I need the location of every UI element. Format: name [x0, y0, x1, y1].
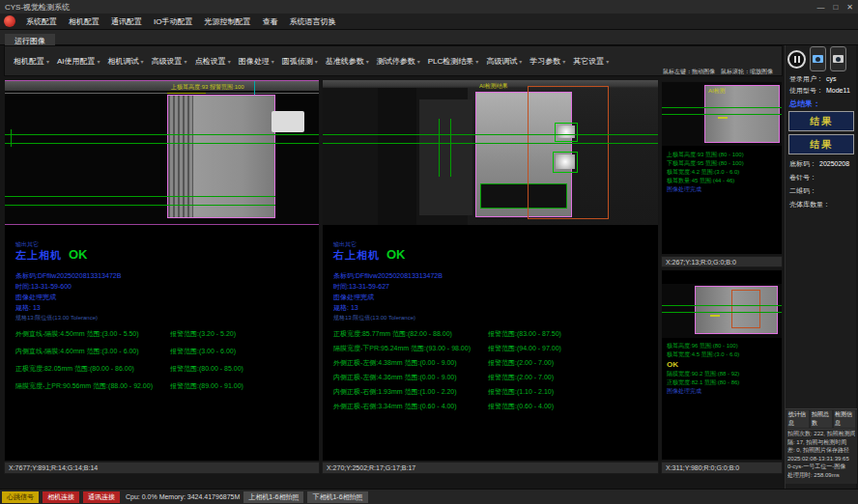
measure-line-green: [662, 107, 782, 108]
time-text: 时间:13-31-59-627: [333, 282, 389, 292]
camera-icon: [813, 55, 823, 63]
menu-io-manual[interactable]: IO手动配置: [148, 14, 198, 29]
toolbar-test-params[interactable]: 测试停参数: [372, 53, 423, 70]
measurement-text: 正极宽度:82.05mm 范围:(80.00 - 86.00): [15, 364, 170, 374]
measurement-alarm: 报警范围:(3.20 - 5.20): [170, 329, 315, 339]
result-box-2: 结果: [788, 134, 854, 154]
toolbar-camera-debug[interactable]: 相机调试: [103, 53, 147, 70]
measure-line-green: [662, 312, 782, 313]
camera-image-preview1[interactable]: AI检测: [662, 82, 782, 146]
menu-view[interactable]: 查看: [256, 14, 283, 29]
mouse-hint: 鼠标左键：拖动图像 鼠标滚轮：缩放图像: [663, 68, 783, 76]
machine-panel: [419, 99, 472, 215]
measurement-alarm: 报警范围:(0.60 - 4.00): [488, 402, 654, 411]
machine-band: [5, 81, 319, 91]
measure-line-green: [323, 143, 658, 144]
measure-line-green: [5, 205, 275, 206]
toolbar-advanced-settings[interactable]: 高级设置: [147, 53, 190, 70]
login-user-row: 登录用户：cys: [789, 74, 837, 84]
camera-snapshot-button-2[interactable]: [830, 46, 846, 71]
measurement-text: 隔膜宽度-上PR:90.56mm 范围:(88.00 - 92.00): [15, 381, 170, 391]
camera-image-mid[interactable]: AI检测结果: [323, 80, 658, 225]
measurement-text: 外侧直线-隔膜:4.50mm 范围:(3.00 - 5.50): [15, 329, 170, 339]
measurement-alarm: 报警范围:(1.10 - 2.10): [488, 387, 654, 397]
toolbar-ai-config[interactable]: AI使用配置: [52, 53, 103, 70]
stats-line: 处理用时: 258.09ms: [787, 471, 855, 480]
login-user-label: 登录用户：: [789, 75, 823, 82]
close-button[interactable]: ✕: [846, 3, 853, 12]
measurement-text: 外侧正极-左侧:4.38mm 范围:(0.00 - 9.00): [333, 358, 488, 368]
maximize-button[interactable]: □: [833, 3, 838, 12]
yellow-marker: [718, 117, 728, 119]
measurement-row: 隔膜宽度-上PR:90.56mm 范围:(88.00 - 92.00) 报警范围…: [15, 381, 315, 391]
menu-light-control[interactable]: 光源控制配置: [198, 14, 256, 29]
pause-button[interactable]: [787, 50, 806, 69]
pause-icon: [798, 56, 800, 63]
glint-spot: [556, 154, 575, 169]
camera-image-left[interactable]: 上极耳高度:93 报警范围:100: [5, 80, 319, 225]
camera-icon: [833, 55, 844, 63]
measure-line-green: [5, 196, 275, 197]
top-camera-snapshot-chip[interactable]: 上相机1-6相拍照: [243, 491, 303, 503]
image-overlay-label: AI检测结果: [479, 82, 508, 91]
stats-header[interactable]: 拍照总数: [811, 410, 832, 428]
result-ok-badge: OK: [386, 247, 406, 262]
menu-system-config[interactable]: 系统配置: [20, 14, 63, 29]
pixel-coords-mid: X:270;Y:2502;R:17;G:17;B:17: [327, 464, 415, 471]
toolbar-plc-result[interactable]: PLC检测结果: [423, 53, 482, 70]
measure-line-green: [662, 114, 782, 115]
toolbar-learn-params[interactable]: 学习参数: [525, 53, 568, 70]
toolbar-advanced-debug[interactable]: 高级调试: [481, 53, 525, 70]
measurement-row: 外侧正极-左侧:4.38mm 范围:(0.00 - 9.00) 报警范围:(2.…: [333, 358, 654, 368]
measurement-text: 正极宽度:85.77mm 范围:(82.00 - 88.00): [333, 329, 488, 339]
stats-header[interactable]: 统计信息: [787, 410, 809, 428]
pixel-coords-preview1: X:267;Y:13;R:0;G:0;B:0: [666, 259, 736, 266]
preview-process-line: 图像处理完成: [662, 185, 782, 194]
toolbar-camera-config[interactable]: 相机配置: [9, 53, 52, 70]
toolbar-arc-detect[interactable]: 圆弧侦测: [277, 53, 321, 70]
model-label: 使用型号：: [789, 87, 823, 94]
spec-detail-text: 规格13:限位值(13.00 Tolerance): [333, 314, 415, 322]
total-result-label: 总结果：: [789, 98, 820, 109]
toolbar-image-process[interactable]: 图像处理: [234, 53, 277, 70]
pin-number-label: 卷针号：: [789, 173, 816, 182]
measurement-alarm: 报警范围:(83.00 - 87.50): [488, 329, 654, 339]
preview-measure-line: 极耳数量:45 范围:(44 - 46): [662, 177, 782, 185]
toolbar-other-settings[interactable]: 其它设置: [568, 53, 612, 70]
menu-camera-config[interactable]: 相机配置: [63, 14, 105, 29]
toolbar-baseline-params[interactable]: 基准线参数: [321, 53, 372, 70]
preview-measure-line: 上极耳高度:93 范围:(80 - 100): [662, 151, 782, 159]
stats-line: 差: 0, 拍照图片保存路径: [787, 446, 855, 455]
stats-line: 2025:02:08-13:31:39:65: [787, 455, 855, 463]
camera-snapshot-button-1[interactable]: [810, 46, 826, 71]
bottom-code-label: 底标码：: [789, 160, 816, 167]
process-status-text: 图像处理完成: [15, 293, 56, 302]
measurement-alarm: 报警范围:(94.00 - 97.00): [488, 344, 654, 353]
stats-header[interactable]: 检测信息: [834, 410, 855, 428]
camera-image-preview2[interactable]: [662, 284, 782, 338]
toolbar-spot-check[interactable]: 点检设置: [190, 53, 234, 70]
model-value[interactable]: Mode11: [826, 87, 850, 94]
pause-icon: [794, 56, 796, 63]
measure-tick-green: [11, 129, 12, 147]
menu-comm-config[interactable]: 通讯配置: [105, 14, 148, 29]
minimize-button[interactable]: —: [816, 3, 824, 12]
menu-language-switch[interactable]: 系统语言切换: [283, 14, 341, 29]
pixel-coords-left: X:7677;Y:891;R:14;G:14;B:14: [9, 464, 98, 471]
measurement-row: 正极宽度:82.05mm 范围:(80.00 - 86.00) 报警范围:(80…: [15, 364, 315, 374]
camera-result-title: 左上相机: [15, 248, 62, 263]
sidebar-buttons: [787, 46, 846, 71]
result-box-1: 结果: [788, 111, 854, 131]
status-bar-preview1: X:267;Y:13;R:0;G:0;B:0: [661, 256, 783, 267]
image-overlay-label: 上极耳高度:93 报警范围:100: [171, 83, 244, 92]
preview-panel-2: 极耳高度:96 范围:(80 - 100) 极耳宽度:4.5 范围:(3.0 -…: [661, 269, 783, 461]
status-bar-preview2: X:311;Y:980;R:0;G:0;B:0: [661, 462, 783, 474]
result-ok-badge: OK: [69, 247, 88, 262]
barcode-text: 条标码:DFfliw2025020813313472B: [15, 271, 121, 281]
bottom-camera-snapshot-chip[interactable]: 下相机1-6相拍照: [307, 491, 367, 503]
measurement-alarm: 报警范围:(80.00 - 85.00): [170, 364, 315, 374]
stats-panel: 统计信息 拍照总数 检测信息 拍照次数: 222, 拍照检测间 隔: 17, 拍…: [786, 408, 857, 484]
preview-panel-1: AI检测 上极耳高度:93 范围:(80 - 100) 下极耳高度:95 范围:…: [661, 81, 783, 255]
titlebar: CYS-视觉检测系统 — □ ✕: [0, 0, 858, 14]
image-overlay-label: AI检测: [708, 87, 726, 96]
